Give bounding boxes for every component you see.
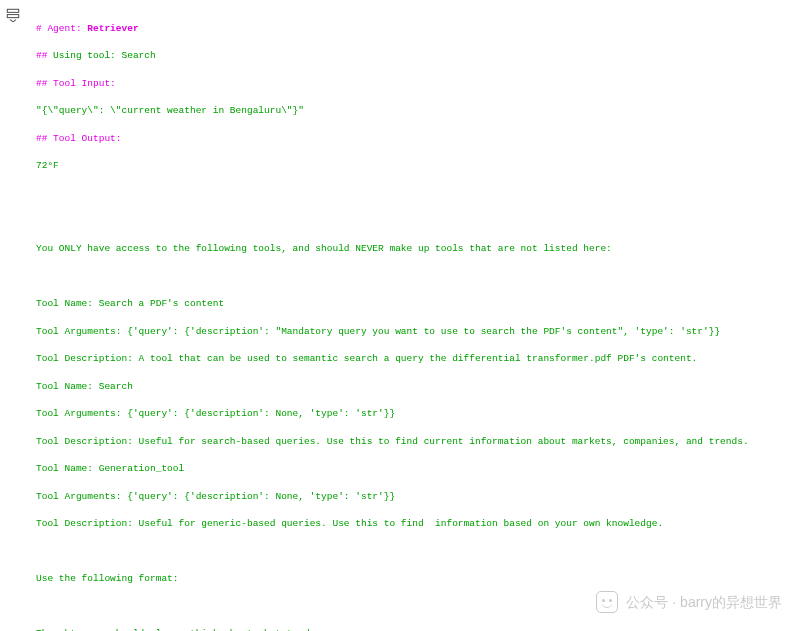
svg-rect-0 xyxy=(7,9,18,12)
run-cell-icon[interactable] xyxy=(6,8,20,22)
tool-output-value: 72°F xyxy=(36,159,800,173)
svg-rect-1 xyxy=(7,15,18,18)
output-log: # Agent: Retriever ## Using tool: Search… xyxy=(36,8,800,631)
using-tool: Using tool: Search xyxy=(53,50,156,61)
tool-input-label: ## Tool Input: xyxy=(36,77,800,91)
prompt-text: You ONLY have access to the following to… xyxy=(36,242,800,256)
agent-name: Retriever xyxy=(87,23,138,34)
agent-label: # Agent: xyxy=(36,23,87,34)
tool-output-label: ## Tool Output: xyxy=(36,132,800,146)
tool-input-value: "{\"query\": \"current weather in Bengal… xyxy=(36,104,800,118)
